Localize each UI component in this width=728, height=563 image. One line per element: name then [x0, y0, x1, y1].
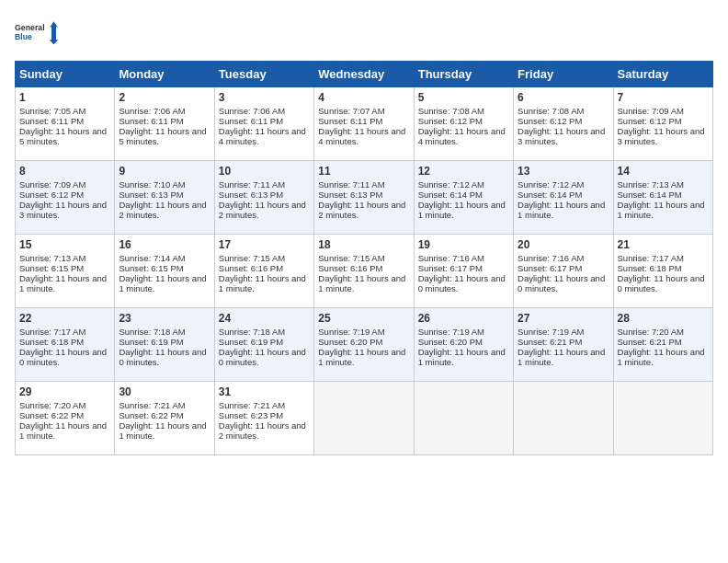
sunrise: Sunrise: 7:08 AM [418, 106, 484, 116]
day-number: 4 [318, 91, 409, 104]
sunrise: Sunrise: 7:13 AM [618, 179, 684, 190]
sunrise: Sunrise: 7:09 AM [618, 106, 684, 116]
week-row-3: 15Sunrise: 7:13 AMSunset: 6:15 PMDayligh… [16, 235, 713, 308]
sunrise: Sunrise: 7:11 AM [219, 179, 285, 190]
sunset: Sunset: 6:12 PM [618, 116, 682, 126]
sunset: Sunset: 6:11 PM [318, 116, 382, 126]
day-cell [314, 382, 414, 455]
sunrise: Sunrise: 7:06 AM [219, 106, 285, 116]
col-header-wednesday: Wednesday [314, 62, 414, 87]
day-cell: 27Sunrise: 7:19 AMSunset: 6:21 PMDayligh… [514, 308, 613, 382]
page-header: General Blue [15, 15, 713, 52]
sunrise: Sunrise: 7:16 AM [518, 253, 584, 263]
day-number: 10 [219, 165, 310, 178]
sunset: Sunset: 6:12 PM [19, 190, 84, 200]
day-cell [514, 382, 613, 455]
day-cell: 28Sunrise: 7:20 AMSunset: 6:21 PMDayligh… [613, 308, 712, 382]
day-cell: 9Sunrise: 7:10 AMSunset: 6:13 PMDaylight… [115, 161, 214, 235]
sunset: Sunset: 6:21 PM [518, 337, 582, 347]
sunset: Sunset: 6:16 PM [318, 263, 382, 273]
sunset: Sunset: 6:20 PM [318, 337, 382, 347]
daylight: Daylight: 11 hours and 1 minute. [418, 347, 506, 367]
day-cell: 13Sunrise: 7:12 AMSunset: 6:14 PMDayligh… [514, 161, 613, 235]
sunset: Sunset: 6:13 PM [219, 190, 283, 200]
day-cell: 22Sunrise: 7:17 AMSunset: 6:18 PMDayligh… [16, 308, 115, 382]
day-number: 3 [219, 91, 310, 104]
daylight: Daylight: 11 hours and 3 minutes. [19, 200, 107, 220]
daylight: Daylight: 11 hours and 1 minute. [518, 347, 605, 367]
week-row-4: 22Sunrise: 7:17 AMSunset: 6:18 PMDayligh… [16, 308, 713, 382]
sunset: Sunset: 6:15 PM [119, 263, 183, 273]
daylight: Daylight: 11 hours and 1 minute. [19, 273, 107, 293]
week-row-1: 1Sunrise: 7:05 AMSunset: 6:11 PMDaylight… [16, 87, 713, 161]
sunrise: Sunrise: 7:15 AM [219, 253, 285, 263]
day-cell: 6Sunrise: 7:08 AMSunset: 6:12 PMDaylight… [514, 87, 613, 161]
daylight: Daylight: 11 hours and 0 minutes. [418, 273, 506, 293]
sunset: Sunset: 6:14 PM [418, 190, 483, 200]
sunset: Sunset: 6:18 PM [618, 263, 682, 273]
day-cell: 26Sunrise: 7:19 AMSunset: 6:20 PMDayligh… [414, 308, 513, 382]
sunrise: Sunrise: 7:10 AM [119, 179, 185, 190]
daylight: Daylight: 11 hours and 1 minute. [418, 200, 506, 220]
day-number: 20 [518, 238, 609, 251]
day-cell: 21Sunrise: 7:17 AMSunset: 6:18 PMDayligh… [613, 235, 712, 308]
day-cell: 14Sunrise: 7:13 AMSunset: 6:14 PMDayligh… [613, 161, 712, 235]
col-header-sunday: Sunday [16, 62, 115, 87]
daylight: Daylight: 11 hours and 3 minutes. [618, 126, 705, 146]
sunset: Sunset: 6:23 PM [219, 410, 283, 420]
day-cell [613, 382, 712, 455]
sunrise: Sunrise: 7:20 AM [19, 400, 85, 410]
sunrise: Sunrise: 7:21 AM [119, 400, 185, 410]
sunset: Sunset: 6:11 PM [19, 116, 84, 126]
daylight: Daylight: 11 hours and 5 minutes. [19, 126, 107, 146]
sunrise: Sunrise: 7:09 AM [19, 179, 85, 190]
sunrise: Sunrise: 7:17 AM [618, 253, 684, 263]
sunset: Sunset: 6:11 PM [219, 116, 283, 126]
day-number: 24 [219, 312, 310, 325]
day-cell: 1Sunrise: 7:05 AMSunset: 6:11 PMDaylight… [16, 87, 115, 161]
daylight: Daylight: 11 hours and 1 minute. [618, 200, 705, 220]
day-cell: 10Sunrise: 7:11 AMSunset: 6:13 PMDayligh… [214, 161, 313, 235]
sunset: Sunset: 6:16 PM [219, 263, 283, 273]
day-number: 7 [618, 91, 709, 104]
day-number: 23 [119, 312, 210, 325]
day-cell: 12Sunrise: 7:12 AMSunset: 6:14 PMDayligh… [414, 161, 513, 235]
day-cell: 4Sunrise: 7:07 AMSunset: 6:11 PMDaylight… [314, 87, 414, 161]
day-number: 6 [518, 91, 609, 104]
sunrise: Sunrise: 7:19 AM [518, 327, 584, 337]
day-number: 28 [618, 312, 709, 325]
sunrise: Sunrise: 7:14 AM [119, 253, 185, 263]
day-number: 29 [19, 385, 110, 398]
sunset: Sunset: 6:13 PM [318, 190, 382, 200]
week-row-2: 8Sunrise: 7:09 AMSunset: 6:12 PMDaylight… [16, 161, 713, 235]
day-number: 27 [518, 312, 609, 325]
day-number: 1 [19, 91, 110, 104]
sunset: Sunset: 6:22 PM [19, 410, 84, 420]
day-cell: 7Sunrise: 7:09 AMSunset: 6:12 PMDaylight… [613, 87, 712, 161]
day-cell: 19Sunrise: 7:16 AMSunset: 6:17 PMDayligh… [414, 235, 513, 308]
sunset: Sunset: 6:20 PM [418, 337, 483, 347]
day-cell: 24Sunrise: 7:18 AMSunset: 6:19 PMDayligh… [214, 308, 313, 382]
daylight: Daylight: 11 hours and 1 minute. [219, 273, 306, 293]
sunset: Sunset: 6:11 PM [119, 116, 183, 126]
col-header-monday: Monday [115, 62, 214, 87]
day-number: 15 [19, 238, 110, 251]
logo-svg: General Blue [15, 15, 61, 52]
day-cell: 2Sunrise: 7:06 AMSunset: 6:11 PMDaylight… [115, 87, 214, 161]
sunset: Sunset: 6:18 PM [19, 337, 84, 347]
day-number: 18 [318, 238, 409, 251]
sunrise: Sunrise: 7:20 AM [618, 327, 684, 337]
day-cell: 29Sunrise: 7:20 AMSunset: 6:22 PMDayligh… [16, 382, 115, 455]
daylight: Daylight: 11 hours and 2 minutes. [119, 200, 206, 220]
day-number: 17 [219, 238, 310, 251]
day-cell: 11Sunrise: 7:11 AMSunset: 6:13 PMDayligh… [314, 161, 414, 235]
day-number: 8 [19, 165, 110, 178]
day-number: 22 [19, 312, 110, 325]
day-number: 13 [518, 165, 609, 178]
daylight: Daylight: 11 hours and 3 minutes. [518, 126, 605, 146]
col-header-thursday: Thursday [414, 62, 513, 87]
daylight: Daylight: 11 hours and 2 minutes. [219, 200, 306, 220]
day-number: 25 [318, 312, 409, 325]
day-cell: 3Sunrise: 7:06 AMSunset: 6:11 PMDaylight… [214, 87, 313, 161]
col-header-saturday: Saturday [613, 62, 712, 87]
